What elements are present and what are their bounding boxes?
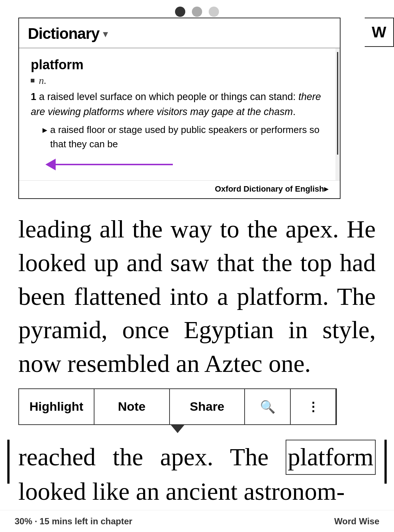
pos-bullet bbox=[31, 79, 34, 82]
search-icon: 🔍 bbox=[260, 400, 275, 414]
bottom-reading-text: reached the apex. The platform looked li… bbox=[18, 440, 376, 509]
dictionary-header: Dictionary ▾ bbox=[19, 18, 340, 48]
dictionary-word: platform bbox=[31, 57, 328, 73]
search-button[interactable]: 🔍 bbox=[245, 389, 290, 424]
right-bar bbox=[384, 440, 387, 484]
arrow-head bbox=[45, 159, 56, 170]
dot-2[interactable] bbox=[192, 7, 202, 17]
dictionary-panel: Dictionary ▾ platform n. 1 a raised leve… bbox=[18, 18, 341, 199]
dictionary-dropdown-arrow[interactable]: ▾ bbox=[103, 28, 108, 40]
dictionary-title: Dictionary bbox=[28, 25, 99, 43]
swipe-arrow bbox=[45, 159, 328, 170]
more-button[interactable]: ⋮ bbox=[291, 389, 336, 424]
left-bar bbox=[7, 440, 10, 484]
subdefinition-bullet: ▸ bbox=[42, 123, 47, 137]
context-toolbar: Highlight Note Share 🔍 ⋮ bbox=[18, 388, 337, 425]
status-progress: 30% · 15 mins left in chapter bbox=[15, 516, 132, 527]
dictionary-definition-1: 1 a raised level surface on which people… bbox=[31, 89, 328, 119]
pos-text: n. bbox=[39, 75, 47, 86]
subdefinition-text: a raised floor or stage used by public s… bbox=[50, 123, 328, 151]
reading-content: leading all the way to the apex. He look… bbox=[18, 215, 376, 377]
dictionary-pos: n. bbox=[31, 75, 328, 86]
reading-text: leading all the way to the apex. He look… bbox=[18, 213, 376, 381]
bottom-text-part1: reached the apex. The bbox=[18, 443, 286, 471]
highlight-button[interactable]: Highlight bbox=[19, 389, 94, 424]
dictionary-scrollbar-thumb bbox=[337, 52, 338, 155]
share-button[interactable]: Share bbox=[170, 389, 245, 424]
more-icon: ⋮ bbox=[307, 400, 319, 414]
toolbar-tooltip bbox=[170, 424, 185, 433]
dictionary-scrollbar[interactable] bbox=[335, 48, 340, 180]
def-end: . bbox=[293, 106, 296, 117]
def-num: 1 bbox=[31, 91, 36, 102]
highlighted-word: platform bbox=[286, 440, 376, 475]
w-tab[interactable]: W bbox=[365, 18, 394, 47]
w-tab-label: W bbox=[372, 23, 386, 41]
dot-1[interactable] bbox=[175, 7, 185, 17]
status-word-wise: Word Wise bbox=[334, 516, 379, 527]
def-text-1: a raised level surface on which people o… bbox=[36, 91, 298, 102]
note-button[interactable]: Note bbox=[94, 389, 170, 424]
dictionary-subdefinition: ▸ a raised floor or stage used by public… bbox=[42, 123, 328, 151]
status-bar: 30% · 15 mins left in chapter Word Wise bbox=[0, 510, 394, 532]
bottom-text-part2: looked like an ancient astronom- bbox=[18, 477, 345, 505]
arrow-line bbox=[56, 164, 173, 165]
dictionary-body: platform n. 1 a raised level surface on … bbox=[19, 48, 340, 180]
dictionary-footer[interactable]: Oxford Dictionary of English▸ bbox=[19, 180, 340, 198]
dot-3[interactable] bbox=[209, 7, 219, 17]
